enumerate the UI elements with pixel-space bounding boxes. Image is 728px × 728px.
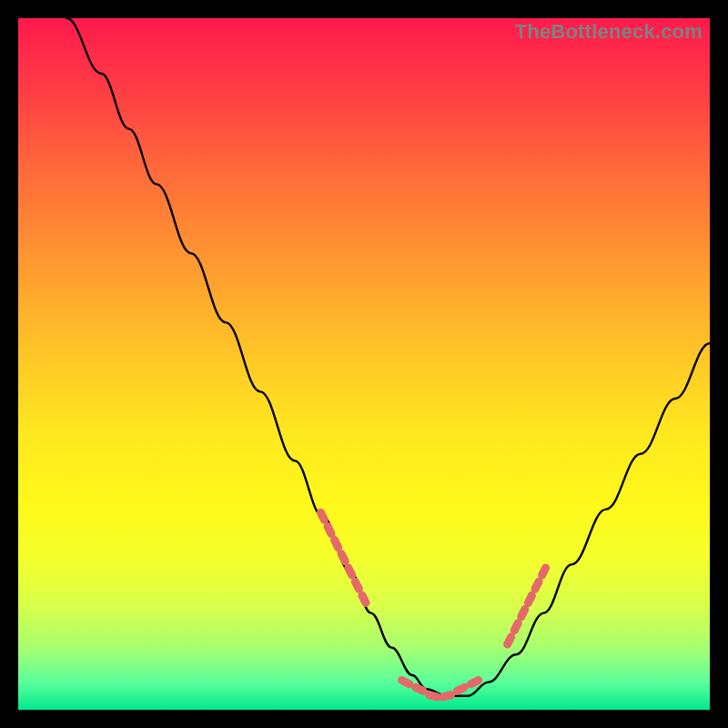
- curve-markers: [315, 507, 551, 702]
- curve-layer: [18, 18, 710, 710]
- watermark-text: TheBottleneck.com: [515, 20, 703, 44]
- chart-frame: TheBottleneck.com: [18, 18, 710, 710]
- bottleneck-curve: [66, 18, 710, 696]
